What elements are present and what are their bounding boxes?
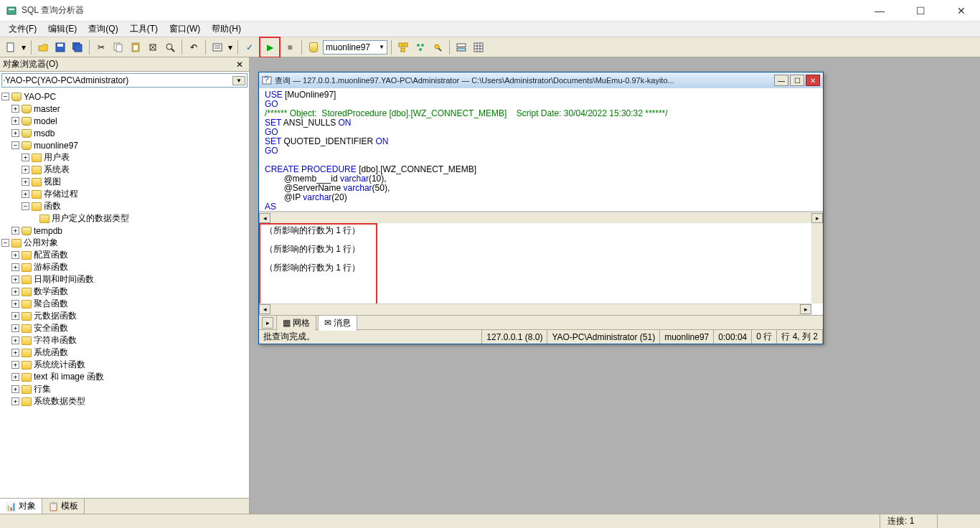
tree-db-model[interactable]: model bbox=[34, 116, 57, 126]
expander-icon[interactable]: + bbox=[22, 178, 29, 186]
tree-datetime-funcs[interactable]: 日期和时间函数 bbox=[34, 273, 94, 286]
server-combo[interactable]: YAO-PC(YAO-PC\Administrator) ▼ bbox=[1, 73, 248, 88]
object-tree[interactable]: −YAO-PC +master +model +msdb −muonline97… bbox=[0, 89, 249, 498]
tab-objects[interactable]: 📊对象 bbox=[0, 499, 42, 514]
expander-icon[interactable]: + bbox=[11, 288, 19, 296]
menu-query[interactable]: 查询(Q) bbox=[83, 22, 123, 37]
expander-icon[interactable]: + bbox=[11, 324, 19, 332]
show-plan-button[interactable] bbox=[395, 39, 411, 55]
expander-icon[interactable]: + bbox=[11, 117, 19, 125]
cut-button[interactable]: ✂ bbox=[93, 39, 109, 55]
child-minimize-button[interactable]: — bbox=[774, 75, 788, 86]
paste-button[interactable] bbox=[128, 39, 143, 55]
object-search-button[interactable] bbox=[430, 39, 446, 55]
tree-db-tempdb[interactable]: tempdb bbox=[34, 226, 62, 236]
expander-icon[interactable]: − bbox=[22, 202, 29, 210]
expander-icon[interactable]: + bbox=[11, 300, 19, 308]
expander-icon[interactable]: + bbox=[11, 336, 19, 344]
dropdown-arrow-icon[interactable]: ▾ bbox=[20, 39, 27, 55]
menu-help[interactable]: 帮助(H) bbox=[206, 22, 247, 37]
expander-icon[interactable]: + bbox=[11, 349, 19, 357]
query-window-title-bar[interactable]: ? 查询 — 127.0.0.1.muonline97.YAO-PC\Admin… bbox=[259, 72, 823, 88]
execute-button[interactable]: ▶ bbox=[262, 39, 278, 55]
tree-funcs[interactable]: 函数 bbox=[44, 200, 61, 212]
tab-grid[interactable]: ▦网格 bbox=[276, 315, 316, 331]
database-combo[interactable]: muonline97 ▼ bbox=[323, 40, 387, 55]
expander-icon[interactable]: + bbox=[11, 373, 19, 381]
panel-close-button[interactable]: ✕ bbox=[233, 60, 246, 70]
save-button[interactable] bbox=[52, 39, 68, 55]
tree-types[interactable]: 用户定义的数据类型 bbox=[52, 212, 129, 225]
undo-button[interactable]: ↶ bbox=[186, 39, 202, 55]
tree-cursor-funcs[interactable]: 游标函数 bbox=[34, 261, 68, 273]
tree-aggregate-funcs[interactable]: 聚合函数 bbox=[34, 298, 68, 310]
expander-icon[interactable]: + bbox=[11, 251, 19, 259]
tree-common[interactable]: 公用对象 bbox=[24, 237, 58, 249]
clear-button[interactable] bbox=[145, 39, 161, 55]
expander-icon[interactable]: − bbox=[1, 239, 9, 247]
copy-button[interactable] bbox=[110, 39, 126, 55]
sql-content[interactable]: USE [MuOnline97] GO /****** Object: Stor… bbox=[259, 88, 823, 212]
expander-icon[interactable]: + bbox=[22, 154, 29, 161]
tree-security-funcs[interactable]: 安全函数 bbox=[34, 322, 68, 334]
maximize-button[interactable]: ☐ bbox=[908, 2, 934, 19]
tree-sysdt[interactable]: 系统数据类型 bbox=[34, 395, 85, 407]
close-button[interactable]: ✕ bbox=[948, 2, 974, 19]
results-pane-button[interactable] bbox=[453, 39, 469, 55]
expander-icon[interactable]: + bbox=[11, 385, 19, 393]
expander-icon[interactable]: + bbox=[11, 361, 19, 369]
menu-tools[interactable]: 工具(T) bbox=[124, 22, 164, 37]
new-query-button[interactable] bbox=[3, 39, 19, 55]
expander-icon[interactable]: + bbox=[11, 263, 19, 271]
tree-math-funcs[interactable]: 数学函数 bbox=[34, 286, 68, 298]
expander-icon[interactable]: + bbox=[11, 105, 19, 113]
expander-icon[interactable]: + bbox=[11, 312, 19, 320]
results-pane[interactable]: （所影响的行数为 1 行） （所影响的行数为 1 行） （所影响的行数为 1 行… bbox=[259, 223, 823, 315]
expander-icon[interactable]: + bbox=[11, 397, 19, 405]
tree-db-muonline[interactable]: muonline97 bbox=[34, 141, 78, 151]
tree-meta-funcs[interactable]: 元数据函数 bbox=[34, 310, 77, 322]
scroll-right-icon[interactable]: ▸ bbox=[811, 213, 823, 223]
tree-sys-tables[interactable]: 系统表 bbox=[44, 164, 70, 176]
open-button[interactable] bbox=[35, 39, 51, 55]
tree-views[interactable]: 视图 bbox=[44, 176, 61, 188]
expander-icon[interactable]: + bbox=[22, 190, 29, 198]
child-close-button[interactable]: ✕ bbox=[806, 75, 820, 86]
scroll-right-icon[interactable]: ▸ bbox=[800, 304, 811, 314]
expander-icon[interactable]: + bbox=[11, 275, 19, 283]
tree-rowset[interactable]: 行集 bbox=[34, 383, 51, 395]
parse-button[interactable]: ✓ bbox=[242, 39, 258, 55]
tab-templates[interactable]: 📋模板 bbox=[42, 499, 85, 514]
results-hscroll[interactable]: ◂ ▸ bbox=[259, 303, 811, 315]
stop-button[interactable]: ■ bbox=[282, 39, 298, 55]
expander-icon[interactable]: + bbox=[22, 166, 29, 174]
tree-db-master[interactable]: master bbox=[34, 104, 60, 114]
mode-text-button[interactable] bbox=[209, 39, 225, 55]
expander-icon[interactable]: + bbox=[11, 129, 19, 137]
tree-server[interactable]: YAO-PC bbox=[24, 92, 56, 102]
expander-icon[interactable]: − bbox=[11, 141, 19, 149]
tree-db-msdb[interactable]: msdb bbox=[34, 128, 55, 138]
tree-config-funcs[interactable]: 配置函数 bbox=[34, 249, 68, 261]
object-browser-button[interactable] bbox=[413, 39, 428, 55]
scroll-left-icon[interactable]: ◂ bbox=[259, 304, 270, 314]
tree-textimg-funcs[interactable]: text 和 image 函数 bbox=[34, 371, 104, 383]
menu-file[interactable]: 文件(F) bbox=[3, 22, 42, 37]
tree-procs[interactable]: 存储过程 bbox=[44, 188, 78, 200]
tree-string-funcs[interactable]: 字符串函数 bbox=[34, 334, 77, 346]
results-vscroll[interactable] bbox=[811, 223, 823, 303]
tab-scroll-icon[interactable]: ▸ bbox=[262, 317, 273, 329]
tree-user-tables[interactable]: 用户表 bbox=[44, 151, 70, 164]
tree-system-funcs[interactable]: 系统函数 bbox=[34, 346, 68, 359]
child-maximize-button[interactable]: ☐ bbox=[790, 75, 804, 86]
dropdown-arrow-icon[interactable]: ▾ bbox=[227, 39, 234, 55]
menu-edit[interactable]: 编辑(E) bbox=[42, 22, 83, 37]
expander-icon[interactable]: − bbox=[1, 93, 9, 100]
tree-stats-funcs[interactable]: 系统统计函数 bbox=[34, 359, 85, 371]
tab-messages[interactable]: ✉消息 bbox=[318, 315, 357, 331]
minimize-button[interactable]: — bbox=[866, 2, 893, 19]
sql-editor[interactable]: USE [MuOnline97] GO /****** Object: Stor… bbox=[259, 88, 823, 212]
expander-icon[interactable]: + bbox=[11, 227, 19, 235]
find-button[interactable] bbox=[162, 39, 178, 55]
grid-button[interactable] bbox=[471, 39, 486, 55]
